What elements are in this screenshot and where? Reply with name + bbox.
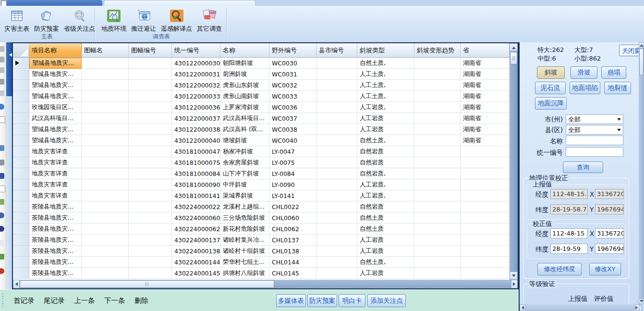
first-record-button[interactable]: 首记录 — [13, 296, 35, 305]
table-cell[interactable] — [461, 190, 510, 201]
table-cell[interactable] — [82, 91, 129, 102]
table-cell[interactable] — [316, 179, 357, 190]
table-cell[interactable]: 诸睦村十组斜坡 — [220, 246, 269, 257]
disaster-type-button[interactable]: 地裂缝 — [604, 82, 631, 94]
multimedia-table-button[interactable]: 多媒体表 — [276, 294, 306, 307]
table-cell[interactable] — [461, 235, 510, 246]
table-cell[interactable]: 茶陵县地质灾... — [29, 268, 82, 279]
table-cell[interactable] — [129, 91, 172, 102]
row-selector[interactable] — [13, 224, 29, 235]
table-cell[interactable]: 430224000062 — [172, 224, 220, 235]
table-cell[interactable]: WC0038 — [269, 124, 316, 135]
table-cell[interactable] — [461, 212, 510, 224]
panel-horizontal-scrollbar[interactable] — [520, 304, 640, 311]
table-cell[interactable]: 自然岩质 — [357, 146, 414, 157]
table-row[interactable]: 茶陵县地质灾...430224000138诸睦村十组斜坡CHL0138人工岩质 — [13, 246, 510, 257]
row-selector[interactable] — [13, 246, 29, 257]
left-toolbar-icon[interactable] — [0, 67, 4, 73]
row-selector[interactable] — [13, 91, 29, 102]
row-selector[interactable] — [13, 69, 29, 80]
remote-sensing-button[interactable]: 遥感解译点 — [158, 8, 194, 34]
table-cell[interactable]: 430181000047 — [172, 146, 220, 157]
table-cell[interactable]: 430122000036 — [172, 102, 220, 113]
table-cell[interactable] — [414, 201, 461, 212]
table-cell[interactable] — [82, 157, 129, 168]
next-record-button[interactable]: 下一条 — [104, 296, 125, 305]
table-cell[interactable] — [316, 157, 357, 168]
table-cell[interactable]: 荣华村七组土... — [220, 257, 269, 268]
table-cell[interactable] — [129, 235, 172, 246]
table-cell[interactable]: 中坪斜坡 — [220, 179, 269, 190]
table-cell[interactable]: 自然土质, — [357, 58, 414, 69]
table-cell[interactable]: 地质灾害详查 — [29, 146, 82, 157]
table-cell[interactable]: 430181000090 — [172, 179, 220, 190]
table-cell[interactable] — [461, 146, 510, 157]
table-cell[interactable] — [82, 135, 129, 146]
table-horizontal-scrollbar[interactable] — [13, 280, 518, 288]
last-record-button[interactable]: 尾记录 — [44, 296, 65, 305]
province-focus-button[interactable]: 省级关注点 — [61, 8, 97, 34]
table-cell[interactable]: 自然岩质, — [357, 168, 414, 179]
left-toolbar-image-icon[interactable] — [0, 199, 4, 205]
table-cell[interactable]: CHL0060 — [269, 212, 316, 224]
table-cell[interactable] — [316, 91, 357, 102]
row-selector[interactable] — [13, 58, 29, 69]
table-cell[interactable]: 430224000144 — [172, 257, 220, 268]
scroll-up-button[interactable] — [510, 43, 518, 51]
table-cell[interactable]: 虎形山南斜坡 — [220, 91, 269, 102]
table-cell[interactable] — [129, 190, 172, 201]
table-cell[interactable] — [316, 69, 357, 80]
table-cell[interactable]: 湖南省 — [461, 58, 510, 69]
toolbar-grip[interactable] — [2, 294, 3, 308]
table-cell[interactable] — [461, 179, 510, 190]
table-cell[interactable] — [129, 113, 172, 124]
scroll-right-button[interactable] — [634, 304, 640, 311]
table-cell[interactable]: 茶陵县地质灾... — [29, 201, 82, 212]
corrected-x-input[interactable]: 3136720 — [595, 228, 624, 238]
prevention-plan-button[interactable]: 防灾预案 — [307, 294, 337, 307]
left-toolbar-icon[interactable] — [0, 226, 4, 232]
table-cell[interactable] — [461, 224, 510, 235]
table-cell[interactable]: WC0032 — [269, 80, 316, 91]
table-cell[interactable]: 430122000031 — [172, 69, 220, 80]
table-cell[interactable]: 前洲斜坡 — [220, 69, 269, 80]
table-cell[interactable] — [316, 257, 357, 268]
row-selector[interactable] — [13, 201, 29, 212]
panel-splitter[interactable] — [6, 42, 12, 289]
table-cell[interactable] — [461, 157, 510, 168]
left-toolbar-page-icon[interactable] — [0, 116, 5, 123]
table-row[interactable]: 望城县地质灾...430122000032虎形山东斜坡WC0032人工土质,湖南… — [13, 80, 510, 91]
table-cell[interactable] — [316, 212, 357, 224]
scroll-right-button[interactable] — [511, 280, 518, 288]
table-cell[interactable]: 430181000084 — [172, 168, 220, 179]
table-cell[interactable] — [414, 102, 461, 113]
table-cell[interactable] — [414, 235, 461, 246]
table-cell[interactable]: 诸睦村复兴冶... — [220, 235, 269, 246]
table-cell[interactable]: 望城县地质灾... — [29, 69, 82, 80]
row-selector[interactable] — [13, 113, 29, 124]
table-cell[interactable]: 玫瑰园项目区... — [29, 102, 82, 113]
city-select[interactable]: 全部 — [566, 114, 623, 124]
table-cell[interactable]: 地质灾害详查 — [29, 179, 82, 190]
table-cell[interactable] — [82, 257, 129, 268]
table-cell[interactable]: LY-0047 — [269, 146, 316, 157]
table-cell[interactable] — [129, 157, 172, 168]
table-row[interactable]: 玫瑰园项目区...430122000036上罗家湾斜坡WC0036人工岩质,湖南… — [13, 102, 510, 113]
table-cell[interactable] — [414, 268, 461, 279]
table-cell[interactable]: 朝阳塘斜坡 — [220, 58, 269, 69]
column-header[interactable]: 斜坡类型 — [357, 43, 414, 58]
table-cell[interactable] — [82, 102, 129, 113]
table-cell[interactable] — [82, 268, 129, 279]
column-header[interactable]: 图幅名 — [82, 43, 129, 58]
column-header[interactable]: 斜坡变形趋势 — [414, 43, 461, 58]
table-cell[interactable]: LY-0141 — [269, 190, 316, 201]
table-cell[interactable] — [414, 212, 461, 224]
table-cell[interactable]: 人工岩质, — [357, 190, 414, 201]
geo-environment-button[interactable]: 地质环境 — [99, 8, 129, 34]
table-cell[interactable] — [316, 80, 357, 91]
table-cell[interactable] — [129, 268, 172, 279]
delete-record-button[interactable]: 删除 — [134, 296, 148, 305]
table-cell[interactable]: 430224000137 — [172, 235, 220, 246]
table-cell[interactable] — [82, 80, 129, 91]
ribbon-tab-1[interactable] — [6, 0, 102, 6]
